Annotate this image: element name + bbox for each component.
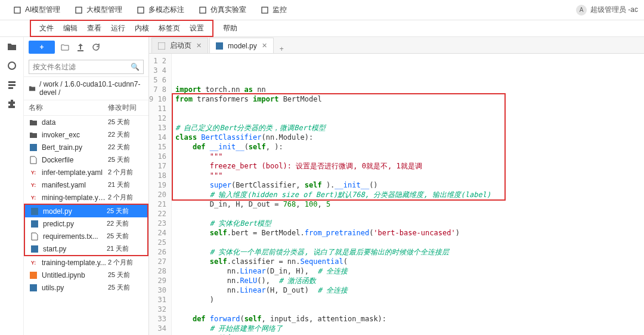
file-row[interactable]: Y:manifest.yaml21 天前	[24, 179, 148, 191]
search-icon: 🔍	[131, 63, 140, 71]
file-row[interactable]: invoker_exc22 天前	[24, 128, 148, 141]
svg-rect-3	[200, 7, 206, 13]
editor-tab[interactable]: 启动页✕	[151, 38, 208, 53]
menu-item[interactable]: 编辑	[58, 22, 82, 35]
code-line[interactable]: self.bert = BertModel.from_pretrained('b…	[175, 228, 491, 238]
file-row[interactable]: Y:mining-template.ya...2 个月前	[24, 191, 148, 204]
file-row[interactable]: requirements.tx...25 天前	[24, 230, 148, 242]
file-name: Untitled.ipynb	[42, 271, 108, 279]
file-time: 22 天前	[108, 130, 144, 139]
file-row[interactable]: Dockerfile25 天前	[24, 153, 148, 166]
editor-tab[interactable]: model.py✕	[209, 38, 274, 53]
file-type-icon	[29, 131, 38, 139]
code-line[interactable]: D_in, H, D_out = 768, 100, 5	[175, 199, 491, 209]
file-name: Bert_train.py	[42, 143, 108, 152]
topnav-item[interactable]: 仿真实验室	[191, 5, 253, 15]
menu-bar: 文件编辑查看运行内核标签页设置 帮助	[0, 20, 644, 37]
file-type-icon	[29, 271, 38, 279]
code-line[interactable]: import torch.nn as nn	[175, 85, 491, 94]
running-icon[interactable]	[6, 60, 18, 72]
file-time: 25 天前	[108, 155, 144, 164]
file-name: start.py	[43, 245, 107, 253]
extensions-icon[interactable]	[6, 98, 18, 110]
code-line[interactable]: )	[175, 295, 491, 305]
code-line[interactable]: """	[175, 171, 491, 180]
code-line[interactable]: self.classifier = nn.Sequential(	[175, 257, 491, 266]
code-line[interactable]	[175, 113, 491, 123]
code-line[interactable]: def forward(self, input_ids, attention_m…	[175, 314, 491, 324]
file-row[interactable]: data25 天前	[24, 116, 148, 128]
topnav-item[interactable]: 监控	[253, 5, 294, 15]
folder-icon[interactable]	[6, 41, 18, 53]
code-line[interactable]: """	[175, 152, 491, 161]
file-type-icon: Y:	[29, 259, 38, 267]
menu-item[interactable]: 查看	[82, 22, 106, 35]
tab-bar: 启动页✕model.py✕+	[149, 37, 644, 54]
code-line[interactable]	[175, 104, 491, 113]
code-line[interactable]: # 实体化Bert模型	[175, 219, 491, 228]
user-menu[interactable]: A 超级管理员 -ac	[576, 5, 638, 16]
add-tab-button[interactable]: +	[275, 45, 289, 53]
file-row[interactable]: start.py21 天前	[24, 242, 148, 256]
code-editor[interactable]: 1 2 3 4 5 6 7 8 9 10 11 12 13 14 15 16 1…	[149, 54, 644, 335]
file-name: predict.py	[43, 220, 107, 228]
refresh-icon[interactable]	[91, 42, 101, 53]
code-line[interactable]: # 输入维度(hidden size of Bert)默认768, 分类器隐藏维…	[175, 190, 491, 199]
close-icon[interactable]: ✕	[196, 42, 202, 50]
col-time[interactable]: 修改时间	[108, 103, 144, 113]
code-line[interactable]: nn.Linear(D_in, H), # 全连接	[175, 266, 491, 276]
code-line[interactable]: nn.ReLU(), # 激活函数	[175, 276, 491, 285]
file-row[interactable]: Bert_train.py22 天前	[24, 141, 148, 153]
file-browser: + 🔍 / work / 1.6.0-cuda10.1-cudnn7-devel…	[24, 37, 149, 335]
svg-rect-7	[8, 84, 16, 86]
code-line[interactable]	[175, 209, 491, 219]
file-row[interactable]: Untitled.ipynb25 天前	[24, 269, 148, 281]
code-line[interactable]	[175, 238, 491, 247]
file-time: 21 天前	[107, 244, 143, 253]
col-name[interactable]: 名称	[29, 103, 108, 113]
file-type-icon	[29, 143, 38, 152]
file-row[interactable]: predict.py22 天前	[24, 217, 148, 230]
menu-item[interactable]: 内核	[130, 22, 154, 35]
file-name: model.py	[43, 207, 107, 216]
file-row[interactable]: utils.py25 天前	[24, 281, 148, 294]
clipboard-icon	[13, 6, 21, 14]
code-line[interactable]: def __init__(self, ):	[175, 142, 491, 152]
search-input[interactable]	[33, 63, 131, 71]
menu-item[interactable]: 设置	[185, 22, 209, 35]
code-line[interactable]: # 实体化一个单层前馈分类器, 说白了就是最后要输出的时候做个全连接层	[175, 247, 491, 257]
close-icon[interactable]: ✕	[262, 42, 267, 50]
code-area[interactable]: import torch.nn as nnfrom transformers i…	[172, 54, 494, 335]
tab-label: 启动页	[170, 41, 191, 51]
topnav-item[interactable]: AI模型管理	[6, 5, 67, 15]
breadcrumb[interactable]: / work / 1.6.0-cuda10.1-cudnn7-devel /	[24, 76, 148, 100]
menu-item[interactable]: 文件	[35, 22, 58, 35]
commands-icon[interactable]	[6, 79, 18, 91]
user-label: 超级管理员 -ac	[590, 5, 638, 15]
file-row[interactable]: model.py25 天前	[24, 204, 148, 217]
code-line[interactable]: nn.Linear(H, D_out) # 全连接	[175, 285, 491, 295]
topnav-item[interactable]: 大模型管理	[67, 5, 129, 15]
file-type-icon	[30, 220, 39, 228]
file-name: utils.py	[42, 284, 108, 292]
code-line[interactable]: # 开始搭建整个网络了	[175, 324, 491, 333]
menu-item[interactable]: 标签页	[154, 22, 185, 35]
code-line[interactable]: # 自己定义的Bert分类器的类，微调Bert模型	[175, 123, 491, 133]
search-box[interactable]: 🔍	[29, 60, 144, 74]
topnav-item[interactable]: 多模态标注	[129, 5, 191, 15]
file-row[interactable]: Y:infer-template.yaml2 个月前	[24, 166, 148, 179]
cube-outline-icon	[137, 6, 145, 14]
menu-item[interactable]: 运行	[106, 22, 130, 35]
svg-point-5	[8, 62, 16, 69]
code-line[interactable]: super(BertClassifier, self ).__init__()	[175, 180, 491, 190]
code-line[interactable]	[175, 305, 491, 314]
upload-icon[interactable]	[75, 42, 86, 53]
code-line[interactable]: class BertClassifier(nn.Module):	[175, 133, 491, 142]
top-nav: AI模型管理大模型管理多模态标注仿真实验室监控 A 超级管理员 -ac	[0, 0, 644, 20]
new-button[interactable]: +	[29, 41, 55, 54]
file-row[interactable]: Y:training-template.y...2 个月前	[24, 256, 148, 269]
menu-help[interactable]: 帮助	[218, 22, 242, 35]
code-line[interactable]: from transformers import BertModel	[175, 94, 491, 104]
new-folder-icon[interactable]	[60, 42, 70, 53]
code-line[interactable]: freeze_bert (bool): 设置是否进行微调, 0就是不, 1就是调	[175, 161, 491, 171]
